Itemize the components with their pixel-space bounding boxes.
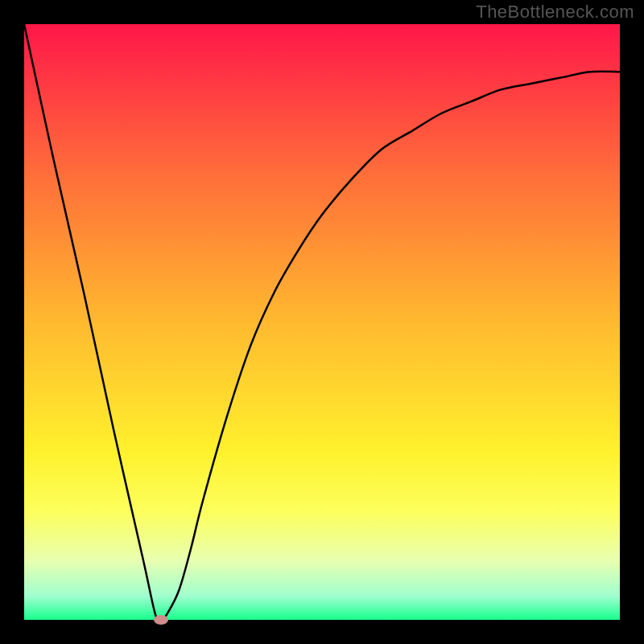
chart-svg: [24, 24, 620, 620]
minimum-marker: [154, 615, 168, 625]
chart-container: TheBottleneck.com: [0, 0, 644, 644]
gradient-background: [24, 24, 620, 620]
plot-area: [24, 24, 620, 620]
watermark-text: TheBottleneck.com: [476, 2, 634, 23]
